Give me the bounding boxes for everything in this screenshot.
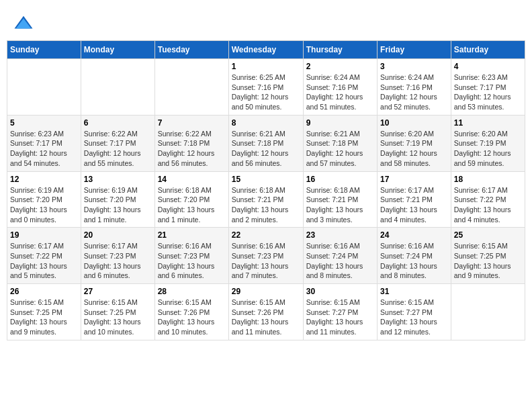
weekday-header-thursday: Thursday <box>303 41 377 59</box>
day-info: Sunrise: 6:15 AM Sunset: 7:26 PM Dayligh… <box>158 298 226 337</box>
day-info: Sunrise: 6:20 AM Sunset: 7:19 PM Dayligh… <box>380 129 448 169</box>
calendar-table: SundayMondayTuesdayWednesdayThursdayFrid… <box>7 40 525 340</box>
day-info: Sunrise: 6:23 AM Sunset: 7:17 PM Dayligh… <box>10 129 78 169</box>
calendar-cell: 13Sunrise: 6:19 AM Sunset: 7:20 PM Dayli… <box>81 171 154 228</box>
calendar-cell <box>81 59 154 116</box>
day-number: 14 <box>158 175 226 184</box>
day-info: Sunrise: 6:16 AM Sunset: 7:24 PM Dayligh… <box>380 241 448 281</box>
day-number: 15 <box>232 175 300 184</box>
day-info: Sunrise: 6:16 AM Sunset: 7:24 PM Dayligh… <box>306 241 374 281</box>
calendar-cell: 7Sunrise: 6:22 AM Sunset: 7:18 PM Daylig… <box>154 115 228 171</box>
calendar-cell <box>451 284 525 340</box>
day-info: Sunrise: 6:22 AM Sunset: 7:18 PM Dayligh… <box>158 129 226 169</box>
weekday-header-tuesday: Tuesday <box>154 41 228 59</box>
day-number: 18 <box>454 175 522 184</box>
calendar-cell: 25Sunrise: 6:15 AM Sunset: 7:25 PM Dayli… <box>451 228 525 284</box>
calendar-cell: 29Sunrise: 6:15 AM Sunset: 7:26 PM Dayli… <box>228 284 303 340</box>
calendar-cell: 3Sunrise: 6:24 AM Sunset: 7:16 PM Daylig… <box>378 59 451 116</box>
day-number: 16 <box>306 175 374 184</box>
day-info: Sunrise: 6:15 AM Sunset: 7:26 PM Dayligh… <box>232 298 300 337</box>
calendar-cell: 23Sunrise: 6:16 AM Sunset: 7:24 PM Dayli… <box>303 228 377 284</box>
day-info: Sunrise: 6:15 AM Sunset: 7:27 PM Dayligh… <box>380 298 448 337</box>
day-info: Sunrise: 6:16 AM Sunset: 7:23 PM Dayligh… <box>232 241 300 281</box>
day-info: Sunrise: 6:17 AM Sunset: 7:21 PM Dayligh… <box>380 185 448 225</box>
day-number: 8 <box>232 118 300 128</box>
day-number: 24 <box>380 230 448 240</box>
day-number: 25 <box>454 230 522 240</box>
day-number: 23 <box>306 230 374 240</box>
day-number: 2 <box>306 62 374 71</box>
calendar-week-row: 1Sunrise: 6:25 AM Sunset: 7:16 PM Daylig… <box>7 59 525 116</box>
day-number: 9 <box>306 118 374 128</box>
calendar-cell: 20Sunrise: 6:17 AM Sunset: 7:23 PM Dayli… <box>81 228 154 284</box>
day-number: 13 <box>84 175 152 184</box>
calendar-cell: 8Sunrise: 6:21 AM Sunset: 7:18 PM Daylig… <box>228 115 303 171</box>
weekday-header-sunday: Sunday <box>7 41 81 59</box>
calendar-cell: 12Sunrise: 6:19 AM Sunset: 7:20 PM Dayli… <box>7 171 81 228</box>
calendar-cell: 14Sunrise: 6:18 AM Sunset: 7:20 PM Dayli… <box>154 171 228 228</box>
day-number: 26 <box>10 287 78 296</box>
day-number: 7 <box>158 118 226 128</box>
day-info: Sunrise: 6:15 AM Sunset: 7:25 PM Dayligh… <box>454 241 522 281</box>
day-number: 29 <box>232 287 300 296</box>
calendar-cell: 18Sunrise: 6:17 AM Sunset: 7:22 PM Dayli… <box>451 171 525 228</box>
calendar-cell: 11Sunrise: 6:20 AM Sunset: 7:19 PM Dayli… <box>451 115 525 171</box>
calendar-cell: 19Sunrise: 6:17 AM Sunset: 7:22 PM Dayli… <box>7 228 81 284</box>
day-number: 22 <box>232 230 300 240</box>
day-info: Sunrise: 6:19 AM Sunset: 7:20 PM Dayligh… <box>10 185 78 225</box>
day-info: Sunrise: 6:20 AM Sunset: 7:19 PM Dayligh… <box>454 129 522 169</box>
calendar-cell: 21Sunrise: 6:16 AM Sunset: 7:23 PM Dayli… <box>154 228 228 284</box>
weekday-header-monday: Monday <box>81 41 154 59</box>
calendar-cell: 31Sunrise: 6:15 AM Sunset: 7:27 PM Dayli… <box>378 284 451 340</box>
calendar-week-row: 19Sunrise: 6:17 AM Sunset: 7:22 PM Dayli… <box>7 228 525 284</box>
day-info: Sunrise: 6:15 AM Sunset: 7:27 PM Dayligh… <box>306 298 374 337</box>
calendar-cell: 27Sunrise: 6:15 AM Sunset: 7:25 PM Dayli… <box>81 284 154 340</box>
day-number: 19 <box>10 230 78 240</box>
calendar-cell: 30Sunrise: 6:15 AM Sunset: 7:27 PM Dayli… <box>303 284 377 340</box>
day-info: Sunrise: 6:15 AM Sunset: 7:25 PM Dayligh… <box>84 298 152 337</box>
weekday-header-row: SundayMondayTuesdayWednesdayThursdayFrid… <box>7 41 525 59</box>
day-number: 20 <box>84 230 152 240</box>
calendar-cell: 6Sunrise: 6:22 AM Sunset: 7:17 PM Daylig… <box>81 115 154 171</box>
calendar-cell: 16Sunrise: 6:18 AM Sunset: 7:21 PM Dayli… <box>303 171 377 228</box>
day-info: Sunrise: 6:17 AM Sunset: 7:22 PM Dayligh… <box>454 185 522 225</box>
day-number: 11 <box>454 118 522 128</box>
calendar-week-row: 5Sunrise: 6:23 AM Sunset: 7:17 PM Daylig… <box>7 115 525 171</box>
logo-icon <box>13 13 34 34</box>
day-number: 27 <box>84 287 152 296</box>
calendar-cell: 26Sunrise: 6:15 AM Sunset: 7:25 PM Dayli… <box>7 284 81 340</box>
logo <box>13 13 36 34</box>
day-number: 17 <box>380 175 448 184</box>
day-info: Sunrise: 6:23 AM Sunset: 7:17 PM Dayligh… <box>454 73 522 112</box>
calendar-cell: 24Sunrise: 6:16 AM Sunset: 7:24 PM Dayli… <box>378 228 451 284</box>
day-info: Sunrise: 6:24 AM Sunset: 7:16 PM Dayligh… <box>306 73 374 112</box>
day-info: Sunrise: 6:21 AM Sunset: 7:18 PM Dayligh… <box>232 129 300 169</box>
day-info: Sunrise: 6:19 AM Sunset: 7:20 PM Dayligh… <box>84 185 152 225</box>
calendar-cell: 5Sunrise: 6:23 AM Sunset: 7:17 PM Daylig… <box>7 115 81 171</box>
day-number: 3 <box>380 62 448 71</box>
calendar-cell: 15Sunrise: 6:18 AM Sunset: 7:21 PM Dayli… <box>228 171 303 228</box>
day-info: Sunrise: 6:18 AM Sunset: 7:21 PM Dayligh… <box>306 185 374 225</box>
day-number: 12 <box>10 175 78 184</box>
day-info: Sunrise: 6:18 AM Sunset: 7:21 PM Dayligh… <box>232 185 300 225</box>
day-number: 4 <box>454 62 522 71</box>
day-info: Sunrise: 6:18 AM Sunset: 7:20 PM Dayligh… <box>158 185 226 225</box>
calendar-cell <box>154 59 228 116</box>
day-number: 31 <box>380 287 448 296</box>
calendar-cell: 9Sunrise: 6:21 AM Sunset: 7:18 PM Daylig… <box>303 115 377 171</box>
day-info: Sunrise: 6:17 AM Sunset: 7:22 PM Dayligh… <box>10 241 78 281</box>
day-number: 5 <box>10 118 78 128</box>
day-info: Sunrise: 6:17 AM Sunset: 7:23 PM Dayligh… <box>84 241 152 281</box>
day-info: Sunrise: 6:24 AM Sunset: 7:16 PM Dayligh… <box>380 73 448 112</box>
day-number: 6 <box>84 118 152 128</box>
calendar-cell: 28Sunrise: 6:15 AM Sunset: 7:26 PM Dayli… <box>154 284 228 340</box>
calendar-week-row: 26Sunrise: 6:15 AM Sunset: 7:25 PM Dayli… <box>7 284 525 340</box>
day-info: Sunrise: 6:15 AM Sunset: 7:25 PM Dayligh… <box>10 298 78 337</box>
day-info: Sunrise: 6:25 AM Sunset: 7:16 PM Dayligh… <box>232 73 300 112</box>
page-header <box>7 7 525 37</box>
day-info: Sunrise: 6:16 AM Sunset: 7:23 PM Dayligh… <box>158 241 226 281</box>
calendar-cell <box>7 59 81 116</box>
day-number: 1 <box>232 62 300 71</box>
weekday-header-friday: Friday <box>378 41 451 59</box>
weekday-header-wednesday: Wednesday <box>228 41 303 59</box>
